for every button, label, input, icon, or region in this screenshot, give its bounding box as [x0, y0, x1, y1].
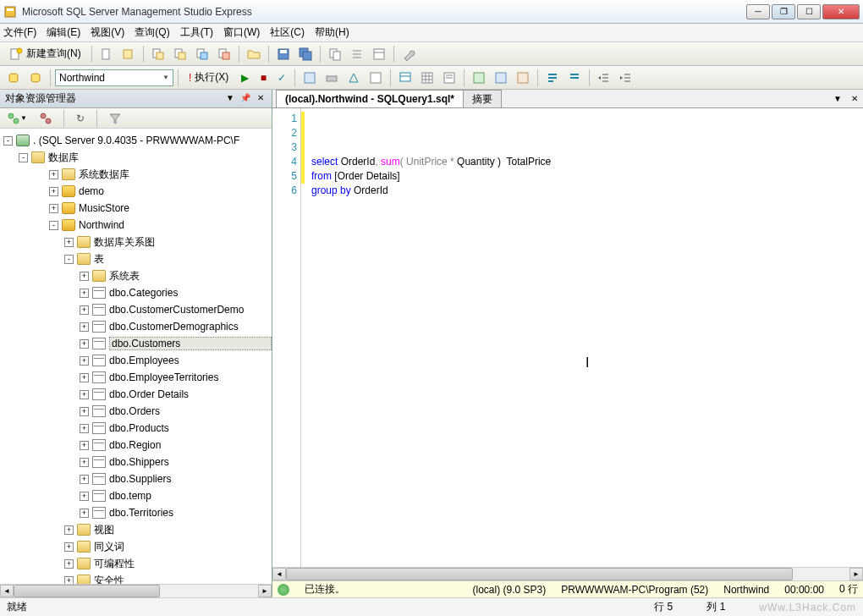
tree-node[interactable]: +数据库关系图 — [0, 234, 272, 250]
refresh-button[interactable]: ↻ — [72, 109, 89, 128]
expand-icon[interactable]: + — [80, 475, 89, 484]
tb2-btn-b[interactable] — [322, 69, 342, 87]
menu-edit[interactable]: 编辑(E) — [47, 25, 80, 40]
expand-icon[interactable]: + — [64, 542, 74, 552]
run-button[interactable]: ▶ — [236, 69, 253, 87]
tb-btn-3[interactable] — [148, 45, 168, 63]
tree-node[interactable]: -Northwind — [0, 217, 272, 234]
parse-button[interactable]: ✓ — [273, 69, 290, 87]
tb-props-button[interactable] — [369, 45, 389, 63]
expand-icon[interactable]: + — [64, 238, 74, 247]
connect-button[interactable]: ▼ — [3, 109, 30, 128]
tree-node[interactable]: +dbo.Categories — [0, 284, 272, 301]
tb2-btn-1[interactable] — [3, 69, 24, 87]
tb2-btn-h[interactable] — [513, 69, 533, 87]
scroll-right-button[interactable]: ► — [849, 568, 863, 580]
tb2-btn-c[interactable] — [344, 69, 364, 87]
tab-summary[interactable]: 摘要 — [463, 90, 502, 107]
expand-icon[interactable]: + — [80, 289, 89, 298]
tb-btn-2[interactable] — [118, 45, 139, 63]
expand-icon[interactable]: + — [49, 170, 58, 179]
explorer-dropdown-icon[interactable]: ▼ — [224, 93, 236, 105]
expand-icon[interactable]: - — [64, 255, 74, 264]
scroll-left-button[interactable]: ◄ — [0, 585, 14, 597]
tab-dropdown-icon[interactable]: ▼ — [831, 94, 844, 107]
open-button[interactable] — [244, 45, 264, 63]
tree-node[interactable]: +dbo.Order Details — [0, 386, 272, 403]
expand-icon[interactable]: + — [80, 272, 89, 281]
save-button[interactable] — [273, 45, 294, 63]
expand-icon[interactable]: + — [80, 373, 89, 382]
expand-icon[interactable]: - — [49, 221, 58, 230]
tree-node[interactable]: +dbo.Employees — [0, 352, 272, 369]
tb-btn-1[interactable] — [96, 45, 117, 63]
expand-icon[interactable]: + — [80, 305, 89, 315]
expand-icon[interactable]: + — [80, 339, 89, 349]
expand-icon[interactable]: - — [19, 153, 28, 162]
tree-node[interactable]: +dbo.CustomerCustomerDemo — [0, 301, 272, 318]
tree-node[interactable]: +dbo.Shippers — [0, 454, 272, 470]
tb2-btn-g[interactable] — [491, 69, 511, 87]
menu-window[interactable]: 窗口(W) — [223, 25, 260, 40]
outdent-button[interactable] — [616, 69, 636, 87]
menu-query[interactable]: 查询(Q) — [135, 25, 169, 40]
expand-icon[interactable]: + — [80, 407, 89, 416]
explorer-pin-icon[interactable]: 📌 — [239, 93, 251, 105]
expand-icon[interactable]: + — [64, 576, 74, 585]
minimize-button[interactable]: ─ — [746, 4, 770, 19]
tb2-btn-2[interactable] — [25, 69, 46, 87]
expand-icon[interactable]: + — [80, 322, 89, 332]
code-editor[interactable]: 1 2 3 4 5 6 select OrderId, sum( UnitPri… — [272, 108, 863, 567]
execute-button[interactable]: ! 执行(X) — [183, 69, 234, 87]
tb-tool-button[interactable] — [399, 45, 419, 63]
scroll-thumb[interactable] — [286, 568, 793, 580]
tree-node[interactable]: +dbo.CustomerDemographics — [0, 318, 272, 335]
tab-close-icon[interactable]: ✕ — [848, 94, 861, 107]
tb2-btn-a[interactable] — [300, 69, 320, 87]
tree-node[interactable]: +demo — [0, 183, 272, 200]
expand-icon[interactable]: + — [80, 441, 89, 450]
close-button[interactable]: ✕ — [822, 4, 860, 19]
tb2-btn-d[interactable] — [366, 69, 386, 87]
tb2-btn-e[interactable] — [395, 69, 415, 87]
editor-hscroll[interactable]: ◄ ► — [272, 567, 863, 580]
tree-node[interactable]: +系统数据库 — [0, 166, 272, 183]
tree-node[interactable]: +dbo.temp — [0, 487, 272, 504]
explorer-hscroll[interactable]: ◄ ► — [0, 584, 272, 597]
scroll-thumb[interactable] — [14, 585, 160, 597]
expand-icon[interactable]: + — [49, 204, 58, 213]
indent-button[interactable] — [594, 69, 614, 87]
explorer-tree[interactable]: - . (SQL Server 9.0.4035 - PRWWWWAM-PC\F… — [0, 129, 272, 584]
tree-node[interactable]: +dbo.Region — [0, 437, 272, 454]
tree-node[interactable]: +dbo.Products — [0, 420, 272, 437]
menu-tools[interactable]: 工具(T) — [180, 25, 213, 40]
tb-list-button[interactable] — [347, 45, 367, 63]
tree-node[interactable]: +MusicStore — [0, 200, 272, 217]
expand-icon[interactable]: + — [64, 559, 74, 569]
tree-databases[interactable]: - 数据库 — [0, 149, 272, 166]
explorer-close-icon[interactable]: ✕ — [255, 93, 267, 105]
tree-node[interactable]: +dbo.Suppliers — [0, 470, 272, 487]
tb-btn-4[interactable] — [170, 45, 190, 63]
tab-query[interactable]: (local).Northwind - SQLQuery1.sql* — [276, 90, 464, 107]
new-query-button[interactable]: 新建查询(N) — [3, 45, 87, 63]
save-all-button[interactable] — [295, 45, 316, 63]
tb2-btn-f[interactable] — [469, 69, 489, 87]
expand-icon[interactable]: - — [3, 136, 13, 146]
scroll-left-button[interactable]: ◄ — [272, 568, 286, 580]
database-combo[interactable]: Northwind ▼ — [55, 69, 173, 86]
expand-icon[interactable]: + — [49, 187, 58, 196]
maximize-button[interactable]: ☐ — [797, 4, 821, 19]
tree-node[interactable]: +可编程性 — [0, 555, 272, 572]
tree-node[interactable]: +dbo.Orders — [0, 403, 272, 420]
tree-node[interactable]: -表 — [0, 250, 272, 267]
expand-icon[interactable]: + — [80, 356, 89, 366]
disconnect-button[interactable] — [36, 109, 56, 128]
tb-btn-5[interactable] — [192, 45, 212, 63]
tree-node[interactable]: +系统表 — [0, 267, 272, 284]
expand-icon[interactable]: + — [80, 458, 89, 467]
restore-button[interactable]: ❐ — [772, 4, 795, 19]
menu-help[interactable]: 帮助(H) — [315, 25, 349, 40]
filter-button[interactable] — [105, 109, 125, 128]
tree-node[interactable]: +dbo.EmployeeTerritories — [0, 369, 272, 386]
